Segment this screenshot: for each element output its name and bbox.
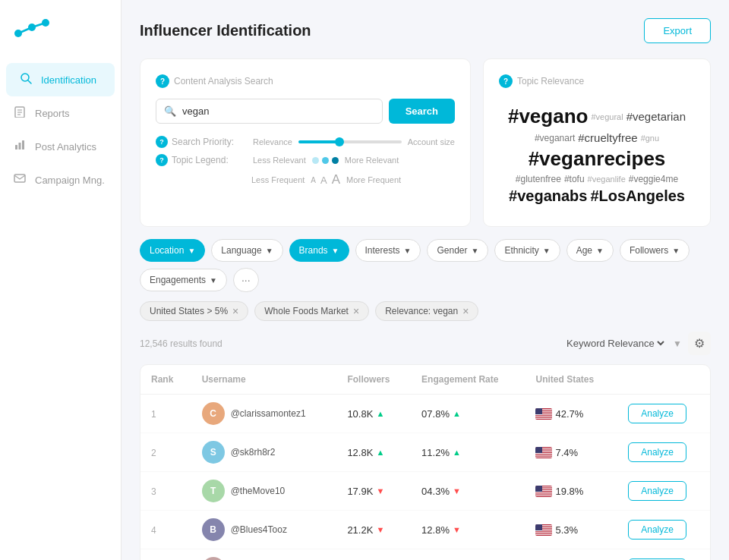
location-cell: 5.3%	[525, 511, 617, 549]
svg-rect-10	[19, 143, 21, 149]
hashtag-cloud: #vegano #vegural #vegetarian #veganart #…	[499, 99, 695, 211]
hashtag-veganlife[interactable]: #veganlife	[588, 175, 626, 184]
sidebar-item-identification[interactable]: Identification	[6, 63, 115, 96]
sidebar-item-reports[interactable]: Reports	[0, 96, 121, 130]
svg-rect-27	[535, 456, 552, 457]
content-analysis-card: ? Content Analysis Search 🔍 Search ? Sea…	[140, 58, 471, 227]
svg-rect-12	[14, 175, 25, 182]
username-cell: E @ed_prince	[191, 549, 337, 561]
filter-language[interactable]: Language ▼	[211, 239, 282, 262]
avatar: C	[202, 402, 225, 425]
avatar: T	[202, 480, 225, 502]
engagement-cell: 07.8% ▲	[411, 395, 525, 433]
analyze-cell: Analyze	[617, 472, 710, 511]
chip-brand-remove[interactable]: ×	[353, 306, 359, 316]
topic-legend-icon: ?	[156, 154, 168, 166]
filter-interests[interactable]: Interests ▼	[355, 239, 421, 262]
table-row: 1 C @clarissamontez1 10.8K ▲ 07.8% ▲ 42.…	[140, 395, 710, 433]
rank-cell: 5	[140, 549, 191, 561]
filter-location[interactable]: Location ▼	[140, 239, 205, 262]
location-cell: 42.7%	[525, 395, 617, 433]
search-priority-slider[interactable]	[298, 140, 402, 143]
svg-rect-25	[535, 453, 552, 454]
legend-letters: A A A	[311, 172, 340, 187]
username-cell: T @theMove10	[191, 472, 337, 511]
export-button[interactable]: Export	[644, 18, 711, 43]
results-table: Rank Username Followers Engagement Rate …	[140, 365, 710, 560]
sort-chevron-icon: ▼	[673, 338, 682, 349]
svg-rect-43	[535, 533, 552, 534]
engagement-cell: 11.2% ▲	[411, 433, 525, 472]
filter-gender[interactable]: Gender ▼	[427, 239, 488, 262]
followers-cell: 10.8K ▲	[336, 395, 411, 433]
gender-chevron-icon: ▼	[471, 247, 478, 255]
table-row: 5 E @ed_prince 22.4K ▲ 14.9% ▲ 10.4% Ana…	[140, 549, 710, 561]
sidebar-label-post-analytics: Post Analytics	[35, 141, 96, 153]
hashtag-gnu[interactable]: #gnu	[641, 134, 659, 143]
filters-row: Location ▼ Language ▼ Brands ▼ Interests…	[140, 239, 711, 292]
followers-cell: 22.4K ▲	[336, 549, 411, 561]
active-filters: United States > 5% × Whole Foods Market …	[140, 301, 711, 321]
col-username: Username	[191, 365, 337, 395]
analytics-icon	[12, 139, 27, 154]
filter-followers[interactable]: Followers ▼	[620, 239, 690, 262]
chip-relevance-remove[interactable]: ×	[462, 306, 469, 316]
filter-brands[interactable]: Brands ▼	[289, 239, 349, 262]
avatar: S	[202, 441, 225, 464]
sidebar-item-campaign[interactable]: Campaign Mng.	[0, 163, 121, 197]
analyze-button[interactable]: Analyze	[628, 481, 686, 501]
hashtag-veganart[interactable]: #veganart	[535, 133, 575, 143]
campaign-icon	[12, 172, 27, 187]
rank-cell: 4	[140, 511, 191, 549]
hashtag-vegetarian[interactable]: #vegetarian	[626, 110, 686, 123]
ethnicity-chevron-icon: ▼	[543, 247, 551, 255]
hashtag-vegural[interactable]: #vegural	[591, 112, 623, 121]
content-analysis-title: ? Content Analysis Search	[156, 74, 455, 88]
svg-rect-19	[535, 417, 552, 418]
chip-brand-filter: Whole Foods Market ×	[254, 301, 369, 321]
hashtag-glutenfree[interactable]: #glutenfree	[516, 174, 561, 184]
hashtag-veggie4me[interactable]: #veggie4me	[629, 174, 678, 184]
hashtag-veganrecipes[interactable]: #veganrecipes	[529, 147, 666, 170]
analyze-button[interactable]: Analyze	[628, 404, 686, 423]
col-location: United States	[525, 365, 617, 395]
analyze-cell: Analyze	[617, 395, 710, 433]
svg-rect-17	[535, 414, 552, 415]
sort-select[interactable]: Keyword Relevance Followers Engagement R…	[563, 337, 667, 350]
filter-more-button[interactable]: ···	[233, 268, 259, 292]
search-icon	[18, 72, 33, 87]
hashtag-vegano[interactable]: #vegano	[508, 105, 589, 128]
topic-relevance-icon: ?	[499, 74, 513, 88]
hashtag-veganabs[interactable]: #veganabs	[509, 187, 587, 205]
table-row: 4 B @Blues4Tooz 21.2K ▼ 12.8% ▼ 5.3% Ana…	[140, 511, 710, 549]
hashtag-losangeles[interactable]: #LosAngeles	[590, 187, 684, 205]
table-row: 2 S @sk8rh8r2 12.8K ▲ 11.2% ▲ 7.4% Analy…	[140, 433, 710, 472]
sidebar-item-post-analytics[interactable]: Post Analytics	[0, 130, 121, 163]
col-followers: Followers	[336, 365, 411, 395]
analyze-button[interactable]: Analyze	[628, 442, 686, 462]
filter-age[interactable]: Age ▼	[566, 239, 614, 262]
svg-rect-44	[535, 524, 542, 530]
hashtag-crueltyfree[interactable]: #crueltyfree	[578, 131, 637, 144]
location-cell: 19.8%	[525, 472, 617, 511]
chip-us-remove[interactable]: ×	[232, 306, 238, 316]
filter-engagements[interactable]: Engagements ▼	[140, 269, 227, 291]
analyze-button[interactable]: Analyze	[628, 520, 686, 540]
search-input[interactable]	[179, 99, 374, 123]
svg-rect-20	[535, 408, 542, 414]
table-settings-button[interactable]: ⚙	[688, 332, 711, 355]
results-count: 12,546 results found	[140, 338, 222, 349]
svg-rect-28	[535, 447, 542, 453]
analyze-cell: Analyze	[617, 433, 710, 472]
search-button[interactable]: Search	[389, 99, 455, 124]
chip-us-filter: United States > 5% ×	[140, 301, 248, 321]
sidebar-label-reports: Reports	[35, 108, 70, 119]
search-input-wrap[interactable]: 🔍	[156, 99, 383, 124]
location-chevron-icon: ▼	[188, 247, 195, 255]
username-cell: S @sk8rh8r2	[191, 433, 337, 472]
hashtag-tofu[interactable]: #tofu	[564, 174, 585, 184]
followers-chevron-icon: ▼	[672, 247, 680, 255]
sidebar-label-campaign: Campaign Mng.	[35, 175, 105, 186]
svg-rect-9	[15, 145, 17, 149]
filter-ethnicity[interactable]: Ethnicity ▼	[494, 239, 560, 262]
